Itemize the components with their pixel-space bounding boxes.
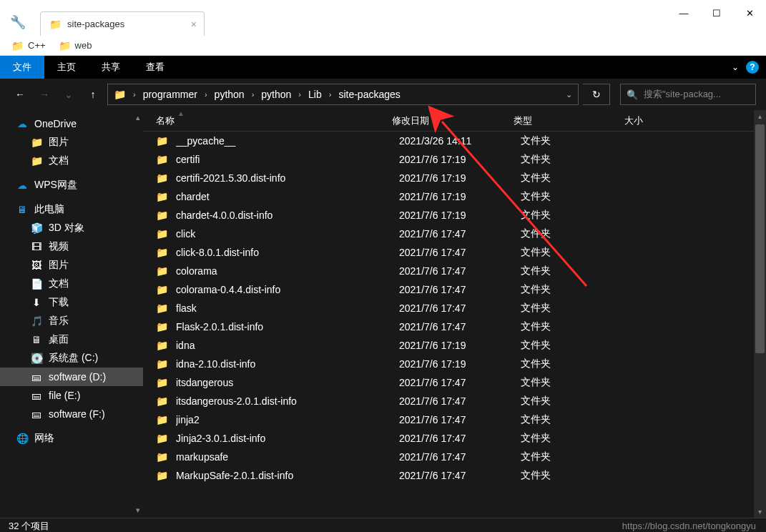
- bookmark-item[interactable]: 📁 web: [59, 40, 92, 51]
- file-row[interactable]: 📁__pycache__2021/3/26 14:11文件夹: [143, 132, 766, 150]
- crumb[interactable]: site-packages: [335, 89, 403, 100]
- file-row[interactable]: 📁colorama-0.4.4.dist-info2021/7/6 17:47文…: [143, 280, 766, 299]
- scrollbar-thumb[interactable]: [755, 124, 765, 353]
- sidebar-wps[interactable]: ☁ WPS网盘: [0, 176, 143, 194]
- ribbon-tab-view[interactable]: 查看: [133, 56, 177, 79]
- file-row[interactable]: 📁markupsafe2021/7/6 17:47文件夹: [143, 448, 766, 466]
- nav-back-button[interactable]: ←: [10, 84, 30, 104]
- sidebar-network[interactable]: 🌐 网络: [0, 429, 143, 448]
- folder-icon: 📁: [156, 228, 169, 240]
- browser-tab[interactable]: 📁 site-packages ×: [40, 11, 205, 36]
- folder-icon: 📁: [59, 40, 71, 51]
- file-row[interactable]: 📁click2021/7/6 17:47文件夹: [143, 225, 766, 243]
- file-row[interactable]: 📁itsdangerous2021/7/6 17:47文件夹: [143, 373, 766, 392]
- sidebar-item[interactable]: 🎞视频: [0, 237, 143, 256]
- scroll-down-icon[interactable]: ▾: [754, 506, 766, 518]
- bookmark-label: C++: [28, 40, 46, 51]
- folder-icon: 📁: [156, 154, 169, 165]
- tab-close-icon[interactable]: ×: [191, 19, 197, 30]
- file-row[interactable]: 📁itsdangerous-2.0.1.dist-info2021/7/6 17…: [143, 392, 766, 410]
- sidebar-item[interactable]: 💽系统盘 (C:): [0, 349, 143, 368]
- file-row[interactable]: 📁chardet2021/7/6 17:19文件夹: [143, 187, 766, 206]
- search-input[interactable]: 🔍 搜索"site-packag...: [620, 84, 756, 105]
- sidebar-item[interactable]: 🖴software (F:): [0, 405, 143, 423]
- item-icon: 🖥: [30, 334, 43, 345]
- file-row[interactable]: 📁colorama2021/7/6 17:47文件夹: [143, 262, 766, 280]
- col-header-type[interactable]: 类型: [514, 114, 624, 127]
- sidebar-item[interactable]: 📁 图片: [0, 133, 143, 152]
- folder-icon: 📁: [30, 155, 43, 167]
- sidebar-item[interactable]: 🖴software (D:): [0, 368, 143, 386]
- ribbon-tab-home[interactable]: 主页: [44, 56, 89, 79]
- bookmark-label: web: [75, 40, 92, 51]
- nav-up-button[interactable]: ↑: [83, 84, 103, 104]
- crumb[interactable]: programmer: [140, 89, 200, 100]
- chevron-right-icon: ›: [203, 90, 209, 99]
- ribbon-tab-share[interactable]: 共享: [89, 56, 133, 79]
- ribbon-collapse-icon[interactable]: ⌄: [732, 62, 739, 72]
- address-bar[interactable]: 📁 › programmer › python › python › Lib ›…: [107, 84, 579, 105]
- file-date: 2021/7/6 17:19: [399, 340, 521, 351]
- sidebar-item[interactable]: 🖥桌面: [0, 330, 143, 349]
- file-type: 文件夹: [521, 376, 632, 389]
- file-row[interactable]: 📁Jinja2-3.0.1.dist-info2021/7/6 17:47文件夹: [143, 429, 766, 448]
- sidebar: ▴ ☁ OneDrive 📁 图片 📁 文档 ☁ WPS网盘 🖥 此电脑 🧊3D…: [0, 110, 143, 518]
- col-header-name[interactable]: 名称 ▲: [156, 114, 392, 127]
- file-name: Flask-2.0.1.dist-info: [176, 321, 399, 332]
- folder-icon: 📁: [156, 470, 169, 481]
- crumb[interactable]: python: [258, 89, 294, 100]
- sidebar-item[interactable]: 🎵音乐: [0, 312, 143, 330]
- sidebar-item[interactable]: 🧊3D 对象: [0, 219, 143, 237]
- sidebar-item[interactable]: ⬇下载: [0, 293, 143, 312]
- crumb[interactable]: Lib: [305, 89, 325, 100]
- help-icon[interactable]: ?: [746, 61, 759, 74]
- ribbon-tab-file[interactable]: 文件: [0, 56, 44, 79]
- col-header-date[interactable]: 修改日期: [392, 114, 514, 127]
- file-row[interactable]: 📁MarkupSafe-2.0.1.dist-info2021/7/6 17:4…: [143, 466, 766, 485]
- scroll-up-icon[interactable]: ▴: [754, 110, 766, 122]
- file-date: 2021/7/6 17:19: [399, 210, 521, 221]
- folder-icon: 📁: [156, 172, 169, 184]
- sidebar-thispc[interactable]: 🖥 此电脑: [0, 200, 143, 219]
- cloud-icon: ☁: [16, 118, 29, 129]
- sidebar-item[interactable]: 📁 文档: [0, 152, 143, 170]
- file-name: idna: [176, 340, 399, 351]
- file-row[interactable]: 📁certifi-2021.5.30.dist-info2021/7/6 17:…: [143, 169, 766, 187]
- sidebar-item[interactable]: 🖼图片: [0, 256, 143, 275]
- file-row[interactable]: 📁chardet-4.0.0.dist-info2021/7/6 17:19文件…: [143, 206, 766, 225]
- file-type: 文件夹: [521, 227, 632, 240]
- sidebar-item[interactable]: 🖴file (E:): [0, 386, 143, 405]
- sort-asc-icon: ▲: [177, 109, 185, 117]
- cloud-icon: ☁: [16, 179, 29, 191]
- vertical-scrollbar[interactable]: ▴ ▾: [754, 110, 766, 518]
- address-dropdown-icon[interactable]: ⌄: [566, 90, 572, 99]
- maximize-button[interactable]: ☐: [700, 1, 733, 24]
- sidebar-item[interactable]: 📄文档: [0, 275, 143, 293]
- refresh-button[interactable]: ↻: [583, 84, 610, 105]
- file-row[interactable]: 📁idna-2.10.dist-info2021/7/6 17:19文件夹: [143, 355, 766, 373]
- minimize-button[interactable]: —: [667, 1, 700, 24]
- scroll-up-icon[interactable]: ▴: [136, 113, 140, 122]
- nav-recent-icon[interactable]: ⌄: [59, 84, 79, 104]
- file-row[interactable]: 📁click-8.0.1.dist-info2021/7/6 17:47文件夹: [143, 243, 766, 262]
- folder-icon: 📁: [156, 321, 169, 332]
- nav-forward-button[interactable]: →: [34, 84, 54, 104]
- file-row[interactable]: 📁Flask-2.0.1.dist-info2021/7/6 17:47文件夹: [143, 317, 766, 336]
- file-date: 2021/7/6 17:47: [399, 265, 521, 277]
- file-row[interactable]: 📁certifi2021/7/6 17:19文件夹: [143, 150, 766, 169]
- file-row[interactable]: 📁flask2021/7/6 17:47文件夹: [143, 299, 766, 317]
- file-row[interactable]: 📁idna2021/7/6 17:19文件夹: [143, 336, 766, 355]
- close-button[interactable]: ✕: [733, 1, 766, 24]
- file-row[interactable]: 📁jinja22021/7/6 17:47文件夹: [143, 410, 766, 429]
- item-count: 32 个项目: [9, 520, 49, 533]
- scroll-down-icon[interactable]: ▾: [136, 506, 140, 515]
- folder-icon: 📁: [156, 377, 169, 388]
- file-type: 文件夹: [521, 209, 632, 222]
- crumb[interactable]: python: [212, 89, 247, 100]
- sidebar-onedrive[interactable]: ☁ OneDrive: [0, 114, 143, 133]
- col-header-size[interactable]: 大小: [624, 114, 710, 127]
- folder-icon: 📁: [156, 395, 169, 407]
- file-name: jinja2: [176, 414, 399, 425]
- bookmark-item[interactable]: 📁 C++: [11, 40, 46, 51]
- file-date: 2021/7/6 17:47: [399, 395, 521, 407]
